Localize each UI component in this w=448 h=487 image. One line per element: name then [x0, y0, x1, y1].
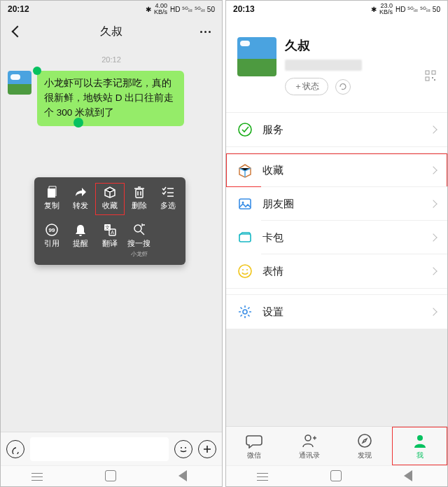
chat-title: 久叔	[100, 25, 122, 39]
chat-header: 久叔	[1, 18, 222, 46]
svg-rect-11	[426, 71, 429, 74]
search-icon	[133, 224, 146, 236]
svg-text:文: 文	[105, 225, 110, 230]
svg-rect-12	[432, 71, 435, 74]
system-nav	[226, 465, 447, 486]
chevron-right-icon	[429, 267, 437, 275]
svg-point-26	[417, 435, 423, 441]
wechat-id-redacted	[285, 60, 362, 71]
cards-icon	[237, 230, 253, 245]
svg-text:A: A	[111, 230, 114, 235]
svg-rect-19	[239, 234, 251, 242]
forward-icon	[74, 186, 87, 198]
chevron-right-icon	[429, 200, 437, 207]
message-timestamp: 20:12	[8, 55, 215, 64]
tab-wechat[interactable]: 微信	[226, 427, 281, 465]
menu-moments[interactable]: 朋友圈	[226, 187, 447, 221]
phone-me: 20:13 ✱ 23.0KB/s HD ⁵ᴳᵢₗₗ ⁵ᴳᵢₗₗ 50 久叔 ＋状…	[225, 0, 448, 487]
sysnav-home[interactable]	[330, 470, 343, 483]
discover-icon	[356, 432, 373, 449]
menu-remind[interactable]: 提醒	[66, 221, 96, 262]
svg-rect-1	[136, 189, 143, 198]
svg-point-9	[181, 447, 182, 448]
svg-rect-14	[432, 77, 433, 78]
status-bar: 20:12 ✱ 4.00KB/s HD ⁵ᴳᵢₗₗ ⁵ᴳᵢₗₗ 50	[1, 1, 222, 18]
sysnav-home[interactable]	[105, 470, 118, 483]
translate-icon: 文A	[104, 224, 116, 236]
status-time: 20:12	[8, 4, 29, 14]
back-button[interactable]	[9, 23, 26, 40]
svg-point-23	[243, 310, 247, 314]
menu-settings[interactable]: 设置	[226, 295, 447, 329]
sysnav-back[interactable]	[178, 470, 191, 483]
message-input[interactable]	[30, 437, 169, 461]
delete-icon	[133, 186, 146, 198]
sender-avatar[interactable]	[8, 71, 31, 95]
svg-point-25	[358, 434, 371, 447]
long-press-menu: 复制 转发 收藏 删除 多选 99 引用	[34, 177, 186, 265]
favorite-icon	[104, 186, 116, 198]
message-bubble[interactable]: 小龙虾可以去李记那吃，真的很新鲜，地铁站 D 出口往前走个 300 米就到了	[37, 71, 184, 126]
svg-rect-17	[239, 199, 251, 209]
status-bar: 20:13 ✱ 23.0KB/s HD ⁵ᴳᵢₗₗ ⁵ᴳᵢₗₗ 50	[226, 1, 447, 18]
status-chip[interactable]: ＋状态	[285, 78, 328, 95]
menu-forward[interactable]: 转发	[66, 183, 96, 215]
profile-name: 久叔	[285, 37, 362, 54]
phone-chat: 20:12 ✱ 4.00KB/s HD ⁵ᴳᵢₗₗ ⁵ᴳᵢₗₗ 50 久叔 20…	[0, 0, 223, 487]
tab-bar: 微信 通讯录 发现 我	[226, 426, 447, 465]
more-button[interactable]	[198, 440, 216, 458]
voice-input-button[interactable]	[6, 440, 24, 458]
svg-point-21	[242, 269, 244, 270]
status-refresh-button[interactable]	[335, 79, 351, 95]
status-time: 20:13	[233, 4, 255, 14]
svg-point-10	[185, 447, 186, 448]
me-icon	[412, 432, 428, 449]
chevron-right-icon	[429, 233, 437, 241]
chevron-right-icon	[429, 308, 437, 315]
menu-copy[interactable]: 复制	[37, 183, 66, 215]
chat-input-bar	[1, 432, 222, 465]
menu-quote[interactable]: 99 引用	[37, 221, 66, 262]
spacer	[226, 329, 447, 426]
contacts-icon	[301, 432, 318, 449]
status-indicators: ✱ 4.00KB/s HD ⁵ᴳᵢₗₗ ⁵ᴳᵢₗₗ 50	[146, 3, 215, 15]
moments-icon	[237, 196, 253, 212]
menu-translate[interactable]: 文A 翻译	[95, 221, 125, 262]
menu-stickers[interactable]: 表情	[226, 254, 447, 288]
menu-search[interactable]: 搜一搜 小龙虾	[125, 221, 154, 262]
svg-point-24	[305, 435, 311, 441]
tab-discover[interactable]: 发现	[337, 427, 392, 465]
stickers-icon	[237, 263, 253, 279]
svg-point-16	[239, 123, 251, 136]
favorites-icon	[237, 163, 253, 178]
system-nav	[1, 465, 222, 486]
menu-favorites[interactable]: 收藏	[226, 153, 447, 187]
chevron-right-icon	[429, 166, 437, 174]
svg-text:99: 99	[48, 227, 55, 233]
svg-point-8	[134, 225, 141, 232]
chevron-right-icon	[429, 125, 437, 133]
chat-menu-button[interactable]	[197, 23, 214, 40]
svg-point-20	[239, 265, 251, 277]
svg-rect-0	[48, 188, 55, 198]
menu-favorite[interactable]: 收藏	[95, 183, 125, 215]
menu-delete[interactable]: 删除	[125, 183, 154, 215]
status-indicators: ✱ 23.0KB/s HD ⁵ᴳᵢₗₗ ⁵ᴳᵢₗₗ 50	[371, 3, 440, 15]
multiselect-icon	[162, 186, 174, 198]
chat-icon	[246, 432, 262, 449]
menu-multiselect[interactable]: 多选	[153, 183, 183, 215]
message-text: 小龙虾可以去李记那吃，真的很新鲜，地铁站 D 出口往前走个 300 米就到了	[44, 78, 174, 118]
svg-point-22	[246, 269, 248, 270]
tab-me[interactable]: 我	[392, 427, 447, 465]
emoji-button[interactable]	[174, 440, 192, 458]
profile-card[interactable]: 久叔 ＋状态	[226, 18, 447, 107]
qr-code-icon[interactable]	[425, 70, 436, 81]
profile-avatar[interactable]	[237, 37, 276, 76]
settings-icon	[237, 304, 253, 320]
menu-cards[interactable]: 卡包	[226, 221, 447, 254]
tab-contacts[interactable]: 通讯录	[281, 427, 337, 465]
sysnav-recents[interactable]	[31, 470, 44, 483]
menu-services[interactable]: 服务	[226, 113, 447, 146]
sysnav-recents[interactable]	[257, 470, 270, 483]
sysnav-back[interactable]	[404, 470, 416, 483]
